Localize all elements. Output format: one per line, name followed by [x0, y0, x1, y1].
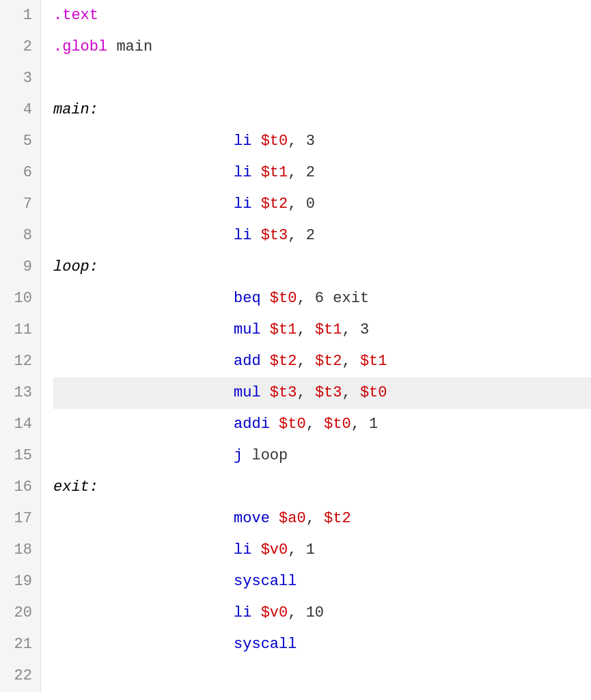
code-line: syscall	[53, 566, 591, 597]
label-token: loop:	[53, 258, 98, 275]
code-line: exit:	[53, 472, 591, 503]
code-area: .text.globl main main: li $t0, 3 li $t1,…	[41, 0, 591, 692]
plain-token	[251, 133, 260, 150]
plain-token	[53, 573, 234, 590]
plain-token: ,	[306, 416, 324, 433]
instruction-token: li	[234, 604, 251, 621]
line-number: 16	[0, 472, 32, 503]
line-number: 12	[0, 346, 32, 377]
plain-token: , 3	[342, 321, 369, 338]
line-number: 1	[0, 0, 32, 31]
code-editor: 12345678910111213141516171819202122 .tex…	[0, 0, 591, 692]
code-line: addi $t0, $t0, 1	[53, 409, 591, 440]
line-number: 22	[0, 660, 32, 692]
code-line: li $t1, 2	[53, 157, 591, 189]
instruction-token: syscall	[234, 636, 297, 653]
plain-token: ,	[306, 510, 324, 527]
plain-token	[53, 447, 234, 464]
plain-token: ,	[297, 353, 314, 370]
instruction-token: beq	[234, 290, 261, 307]
code-line: li $t2, 0	[53, 189, 591, 220]
line-number-gutter: 12345678910111213141516171819202122	[0, 0, 41, 692]
line-number: 6	[0, 157, 32, 189]
plain-token	[270, 416, 279, 433]
plain-token	[251, 164, 260, 181]
line-number: 3	[0, 63, 32, 94]
plain-token: , 2	[288, 227, 315, 244]
plain-token: , 2	[288, 164, 315, 181]
plain-token: ,	[297, 384, 314, 401]
plain-token	[53, 353, 234, 370]
code-line: .text	[53, 0, 591, 31]
instruction-token: move	[234, 510, 270, 527]
plain-token: ,	[342, 353, 359, 370]
code-line: .globl main	[53, 31, 591, 63]
register-token: $t1	[315, 321, 342, 338]
code-line: add $t2, $t2, $t1	[53, 346, 591, 377]
code-line	[53, 63, 591, 94]
register-token: $t0	[261, 133, 288, 150]
line-number: 21	[0, 629, 32, 660]
code-line: li $v0, 10	[53, 597, 591, 629]
line-number: 17	[0, 503, 32, 535]
plain-token	[251, 541, 260, 558]
plain-token	[53, 384, 234, 401]
plain-token	[53, 164, 234, 181]
label-token: exit:	[53, 479, 98, 496]
plain-token: , 3	[288, 133, 315, 150]
code-line: mul $t1, $t1, 3	[53, 314, 591, 346]
instruction-token: li	[234, 541, 251, 558]
code-line: mul $t3, $t3, $t0	[53, 377, 591, 409]
code-line: syscall	[53, 629, 591, 660]
line-number: 14	[0, 409, 32, 440]
code-line: li $v0, 1	[53, 535, 591, 566]
code-line: move $a0, $t2	[53, 503, 591, 535]
plain-token	[53, 541, 234, 558]
plain-token	[53, 321, 234, 338]
plain-token: loop	[243, 447, 288, 464]
plain-token	[251, 227, 260, 244]
plain-token	[53, 133, 234, 150]
plain-token: , 0	[288, 196, 315, 213]
plain-token: , 10	[288, 604, 324, 621]
register-token: $v0	[261, 604, 288, 621]
line-number: 11	[0, 314, 32, 346]
plain-token	[261, 353, 270, 370]
register-token: $t0	[270, 290, 297, 307]
line-number: 10	[0, 283, 32, 314]
register-token: $t2	[315, 353, 342, 370]
directive-token: .globl	[53, 38, 107, 55]
instruction-token: li	[234, 133, 251, 150]
plain-token	[251, 604, 260, 621]
register-token: $t0	[360, 384, 387, 401]
plain-token	[53, 636, 234, 653]
plain-token: ,	[297, 321, 314, 338]
register-token: $t2	[270, 353, 297, 370]
label-token: main:	[53, 101, 98, 118]
register-token: $t3	[261, 227, 288, 244]
register-token: $a0	[279, 510, 306, 527]
register-token: $t1	[270, 321, 297, 338]
plain-token	[261, 321, 270, 338]
code-line: loop:	[53, 252, 591, 283]
instruction-token: li	[234, 164, 251, 181]
plain-token: , 6 exit	[297, 290, 369, 307]
plain-token	[53, 416, 234, 433]
plain-token: main	[107, 38, 152, 55]
directive-token: .text	[53, 7, 98, 24]
plain-token	[53, 604, 234, 621]
instruction-token: addi	[234, 416, 270, 433]
plain-token	[261, 384, 270, 401]
instruction-token: add	[234, 353, 261, 370]
line-number: 8	[0, 220, 32, 252]
line-number: 18	[0, 535, 32, 566]
instruction-token: syscall	[234, 573, 297, 590]
plain-token	[53, 510, 234, 527]
plain-token	[53, 290, 234, 307]
code-line: beq $t0, 6 exit	[53, 283, 591, 314]
line-number: 9	[0, 252, 32, 283]
register-token: $t1	[261, 164, 288, 181]
instruction-token: li	[234, 227, 251, 244]
code-line	[53, 660, 591, 692]
code-line: j loop	[53, 440, 591, 472]
